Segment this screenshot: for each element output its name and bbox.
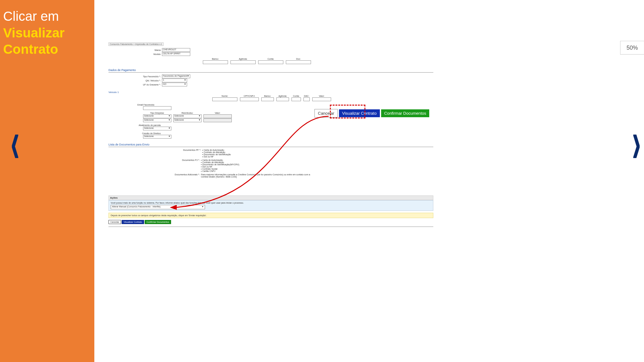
despesa2-tipo[interactable]: Selecione	[143, 118, 171, 122]
modelo-label: Modelo	[108, 53, 162, 55]
docs-pj-list: Carta de Autorização Contrato de Alienaç…	[201, 159, 239, 172]
visualizar-button-big[interactable]: Visualizar Contrato	[339, 109, 380, 117]
list-item: Contrato Social	[201, 168, 239, 170]
confirmar-button-big[interactable]: Confirmar Documentos	[381, 109, 430, 117]
doc-input[interactable]	[286, 60, 311, 64]
despesa1-tipo[interactable]: Selecione	[143, 114, 171, 118]
cancel-button-small[interactable]: Cancelar	[108, 220, 121, 224]
list-item: Dut ou NF	[201, 166, 239, 168]
info-yellow-box: Depois de preencher todos os campos obri…	[108, 213, 433, 218]
list-item: Cartão CNPJ	[201, 170, 239, 172]
vvalor-input[interactable]	[312, 97, 331, 101]
vbanco-input[interactable]	[261, 97, 274, 101]
docs-adic-label: Documentos Adicionais *:	[163, 173, 201, 178]
docs-pj-label: Documentos PJ *:	[163, 159, 201, 172]
vbanco-h: Banco:	[264, 95, 271, 97]
list-item: Dut ou NF	[202, 156, 231, 158]
docs-adic-text: Para maiores informações consulte a Cred…	[201, 173, 314, 178]
vconta-h: Conta:	[293, 95, 300, 97]
divider	[108, 72, 433, 73]
modelo-input[interactable]: CELTA 4P SPIRIT	[162, 52, 190, 56]
vconta-input[interactable]	[291, 97, 301, 101]
vdac-h: DAC:	[304, 95, 309, 97]
doc-list: Documentos PF *: Carta de Autorização Co…	[163, 149, 433, 178]
vcpf-h: CPF/CNPJ:	[244, 95, 255, 97]
despesa2-reemb[interactable]: Selecione	[173, 118, 202, 122]
instruction-line1: Clicar em	[3, 9, 91, 24]
banco-input[interactable]	[203, 60, 228, 64]
tipo-fav-select[interactable]: Favorecido de Pagament	[162, 74, 190, 78]
vdac-input[interactable]	[303, 97, 310, 101]
prev-slide-button[interactable]: ‹	[11, 107, 19, 176]
vvalor-h: Valor:	[319, 95, 325, 97]
bottom-button-row: Cancelar Visualizar Contrato Confirmar D…	[108, 220, 433, 224]
docs-pf-label: Documentos PF *:	[164, 149, 202, 158]
cessao-label: Cessão de Direitos	[108, 132, 162, 134]
instruction-sidebar: Clicar em Visualizar Contrato	[0, 0, 94, 362]
banco-header: Banco:	[212, 58, 219, 60]
zoom-indicator[interactable]: 50%	[620, 41, 644, 55]
cessao-select[interactable]: Selecione	[143, 135, 171, 139]
visualizar-button-small[interactable]: Visualizar Contrato	[122, 220, 144, 224]
marca-label: Marca	[108, 49, 162, 51]
veiculo1-title: Veículo 1	[108, 91, 433, 94]
marca-input[interactable]: CHEVROLET	[162, 48, 190, 52]
vnome-input[interactable]	[212, 97, 237, 101]
tipo-despesa-label: Tipo Despesa:	[143, 112, 171, 114]
vag-input[interactable]	[276, 97, 289, 101]
confirmar-button-small[interactable]: Confirmar Documentos	[145, 220, 171, 224]
list-item: Contrato de Alienação	[201, 161, 239, 163]
valor-label: Valor:	[203, 112, 232, 114]
vnome-h: Nome:	[222, 95, 228, 97]
agencia-input[interactable]	[230, 60, 256, 64]
email-label: Email Favorecido	[108, 104, 156, 106]
abatimento-label: Abatimento de parcela	[108, 124, 162, 126]
role-select[interactable]: Alterar Manual (Consorcio Faturamento - …	[111, 205, 205, 209]
agencia-header: Agência:	[239, 58, 247, 60]
app-form: Consorcio Faturamento > Impressão de Con…	[108, 42, 433, 229]
list-item: Carta de Autorização	[202, 149, 231, 151]
next-slide-button[interactable]: ›	[632, 107, 641, 176]
docs-pf-list: Carta de Autorização Contrato de Alienaç…	[202, 149, 231, 158]
qtd-select[interactable]: 1	[162, 79, 187, 82]
conta-input[interactable]	[258, 60, 283, 64]
lista-docs-title: Lista de Documentos para Envio	[108, 143, 433, 146]
despesa2-valor[interactable]	[203, 118, 232, 122]
list-item: Contrato de Alienação	[202, 151, 231, 153]
uf-label: UF do Gravame *:	[108, 84, 162, 86]
info-blue-box: Você possui mais de uma função no sistem…	[108, 200, 433, 211]
uf-select[interactable]: GO	[162, 83, 187, 86]
list-item: Carta de Autorização	[201, 159, 239, 161]
breadcrumb: Consorcio Faturamento > Impressão de Con…	[108, 42, 164, 46]
info-text: Você possui mais de uma função no sistem…	[111, 202, 431, 204]
conta-header: Conta:	[268, 58, 274, 60]
acoes-title: Ações	[108, 195, 433, 200]
instruction-line2a: Visualizar	[3, 26, 91, 40]
list-item: Documento de Identificação	[202, 153, 231, 156]
vcpf-input[interactable]	[240, 97, 259, 101]
list-item: Documento de Identificação(NF/CRV)	[201, 163, 239, 166]
instruction-line2b: Contrato	[3, 42, 91, 57]
despesa1-valor[interactable]	[203, 114, 232, 118]
abatimento-select[interactable]: Selecione	[143, 127, 171, 130]
reembolso-label: Reembolso:	[173, 112, 202, 114]
divider	[108, 227, 433, 227]
dados-pagamento-title: Dados de Pagamento	[108, 69, 433, 72]
despesa1-reemb[interactable]: Selecione	[173, 114, 202, 118]
divider	[108, 147, 433, 147]
tipo-fav-label: Tipo Favorecido *:	[108, 75, 162, 78]
vag-h: Agência:	[278, 95, 287, 97]
big-button-strip: Cancelar Visualizar Contrato Confirmar D…	[314, 109, 429, 118]
cancel-button-big[interactable]: Cancelar	[314, 109, 338, 118]
qtd-label: Qtd. Veículos *:	[108, 80, 162, 82]
doc-header: Doc:	[296, 58, 301, 60]
email-input[interactable]	[143, 106, 171, 110]
